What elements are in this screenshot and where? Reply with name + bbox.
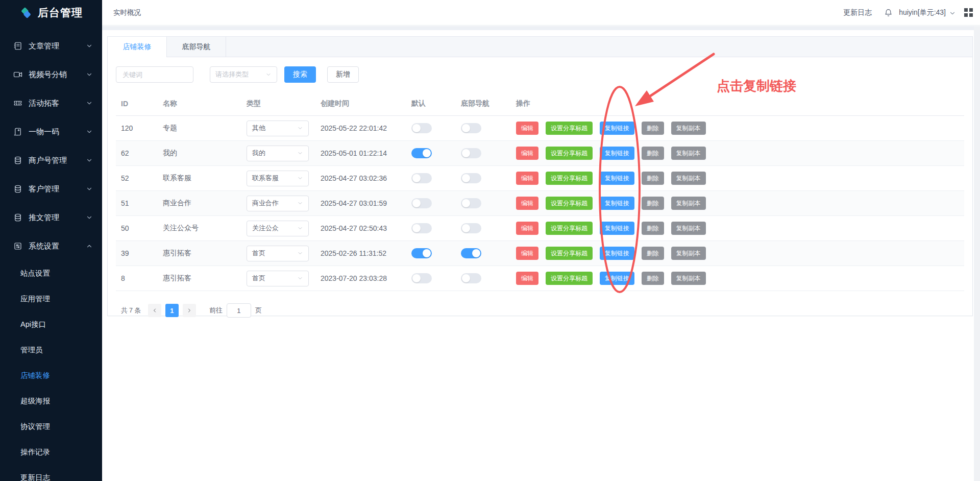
duplicate-button[interactable]: 复制副本 (671, 197, 706, 210)
sidebar-item[interactable]: 商户号管理 (0, 146, 102, 175)
sidebar-item[interactable]: 视频号分销 (0, 60, 102, 89)
tab-bar: 店铺装修 底部导航 (108, 37, 972, 57)
delete-button[interactable]: 删除 (642, 272, 664, 285)
bottom-nav-toggle[interactable] (461, 198, 481, 208)
edit-button[interactable]: 编辑 (516, 172, 538, 185)
edit-button[interactable]: 编辑 (516, 272, 538, 285)
sidebar-subitem[interactable]: 协议管理 (0, 414, 102, 439)
chevron-down-icon (297, 150, 303, 156)
sidebar-subitem[interactable]: 应用管理 (0, 286, 102, 311)
col-actions: 操作 (511, 96, 964, 116)
set-share-title-button[interactable]: 设置分享标题 (546, 147, 593, 160)
copy-link-button[interactable]: 复制链接 (600, 172, 634, 185)
sidebar-subitem[interactable]: Api接口 (0, 311, 102, 337)
sidebar-item[interactable]: 一物一码 (0, 117, 102, 146)
duplicate-button[interactable]: 复制副本 (671, 272, 706, 285)
delete-button[interactable]: 删除 (642, 172, 664, 185)
delete-button[interactable]: 删除 (642, 147, 664, 160)
qrcode-icon (13, 127, 22, 136)
default-toggle[interactable] (411, 173, 432, 183)
default-toggle[interactable] (411, 248, 432, 258)
row-type-select[interactable]: 首页 (247, 246, 309, 261)
sidebar-item[interactable]: 客户管理 (0, 175, 102, 203)
apps-grid-icon[interactable] (964, 8, 973, 17)
type-select[interactable]: 请选择类型 (210, 66, 277, 83)
set-share-title-button[interactable]: 设置分享标题 (546, 122, 593, 135)
default-toggle[interactable] (411, 148, 432, 158)
keyword-input[interactable] (116, 66, 193, 83)
add-button[interactable]: 新增 (327, 66, 359, 83)
bottom-nav-toggle[interactable] (461, 223, 481, 233)
copy-link-button[interactable]: 复制链接 (600, 272, 634, 285)
tab-bottom-nav[interactable]: 底部导航 (167, 37, 226, 57)
cell-name: 专题 (158, 116, 241, 141)
bottom-nav-toggle[interactable] (461, 248, 481, 258)
bell-icon[interactable] (884, 8, 893, 17)
edit-button[interactable]: 编辑 (516, 197, 538, 210)
sidebar-item[interactable]: 活动拓客 (0, 89, 102, 117)
default-toggle[interactable] (411, 273, 432, 283)
row-type-select[interactable]: 关注公众 (247, 221, 309, 236)
next-page-button[interactable] (183, 304, 196, 317)
sidebar-item[interactable]: 推文管理 (0, 203, 102, 232)
sidebar-item[interactable]: 文章管理 (0, 32, 102, 60)
cell-id: 62 (116, 141, 158, 166)
row-type-select[interactable]: 其他 (247, 121, 309, 136)
duplicate-button[interactable]: 复制副本 (671, 147, 706, 160)
row-type-select[interactable]: 首页 (247, 271, 309, 286)
delete-button[interactable]: 删除 (642, 122, 664, 135)
copy-link-button[interactable]: 复制链接 (600, 222, 634, 235)
copy-link-button[interactable]: 复制链接 (600, 122, 634, 135)
row-type-select[interactable]: 商业合作 (247, 196, 309, 211)
user-menu[interactable]: huiyin[单元:43] (899, 8, 946, 17)
set-share-title-button[interactable]: 设置分享标题 (546, 247, 593, 260)
bottom-nav-toggle[interactable] (461, 173, 481, 183)
page-number-current[interactable]: 1 (165, 304, 179, 317)
chevron-down-icon[interactable] (949, 10, 956, 17)
sidebar-item[interactable]: 系统设置 (0, 232, 102, 260)
set-share-title-button[interactable]: 设置分享标题 (546, 222, 593, 235)
edit-button[interactable]: 编辑 (516, 222, 538, 235)
sidebar-subitem[interactable]: 管理员 (0, 337, 102, 363)
delete-button[interactable]: 删除 (642, 222, 664, 235)
tab-shop-decoration[interactable]: 店铺装修 (108, 37, 167, 57)
duplicate-button[interactable]: 复制副本 (671, 172, 706, 185)
edit-button[interactable]: 编辑 (516, 147, 538, 160)
sidebar-subitem[interactable]: 操作记录 (0, 439, 102, 465)
copy-link-button[interactable]: 复制链接 (600, 147, 634, 160)
bottom-nav-toggle[interactable] (461, 148, 481, 158)
duplicate-button[interactable]: 复制副本 (671, 222, 706, 235)
update-log-link[interactable]: 更新日志 (843, 8, 872, 17)
default-toggle[interactable] (411, 123, 432, 133)
sidebar-subitem[interactable]: 更新日志 (0, 465, 102, 481)
set-share-title-button[interactable]: 设置分享标题 (546, 172, 593, 185)
default-toggle[interactable] (411, 223, 432, 233)
duplicate-button[interactable]: 复制副本 (671, 122, 706, 135)
row-type-select[interactable]: 联系客服 (247, 171, 309, 186)
sidebar-subitem[interactable]: 站点设置 (0, 260, 102, 286)
scrollbar-track[interactable] (974, 26, 980, 481)
copy-link-button[interactable]: 复制链接 (600, 247, 634, 260)
bottom-nav-toggle[interactable] (461, 273, 481, 283)
chevron-down-icon (297, 225, 303, 231)
cell-created: 2025-05-22 22:01:42 (315, 116, 406, 141)
delete-button[interactable]: 删除 (642, 247, 664, 260)
goto-page-input[interactable] (227, 303, 251, 318)
edit-button[interactable]: 编辑 (516, 122, 538, 135)
bottom-nav-toggle[interactable] (461, 123, 481, 133)
duplicate-button[interactable]: 复制副本 (671, 247, 706, 260)
copy-link-button[interactable]: 复制链接 (600, 197, 634, 210)
row-type-value: 我的 (252, 149, 265, 158)
sidebar-subitem[interactable]: 超级海报 (0, 388, 102, 414)
default-toggle[interactable] (411, 198, 432, 208)
set-share-title-button[interactable]: 设置分享标题 (546, 272, 593, 285)
prev-page-button[interactable] (148, 304, 161, 317)
delete-button[interactable]: 删除 (642, 197, 664, 210)
table-row: 8 惠引拓客 首页 2023-07-20 23:03:28 编辑 设置分享标题 … (116, 266, 964, 291)
sidebar-subitem[interactable]: 店铺装修 (0, 363, 102, 388)
set-share-title-button[interactable]: 设置分享标题 (546, 197, 593, 210)
row-type-select[interactable]: 我的 (247, 146, 309, 161)
edit-button[interactable]: 编辑 (516, 247, 538, 260)
cell-name: 商业合作 (158, 191, 241, 216)
search-button[interactable]: 搜索 (284, 66, 316, 83)
